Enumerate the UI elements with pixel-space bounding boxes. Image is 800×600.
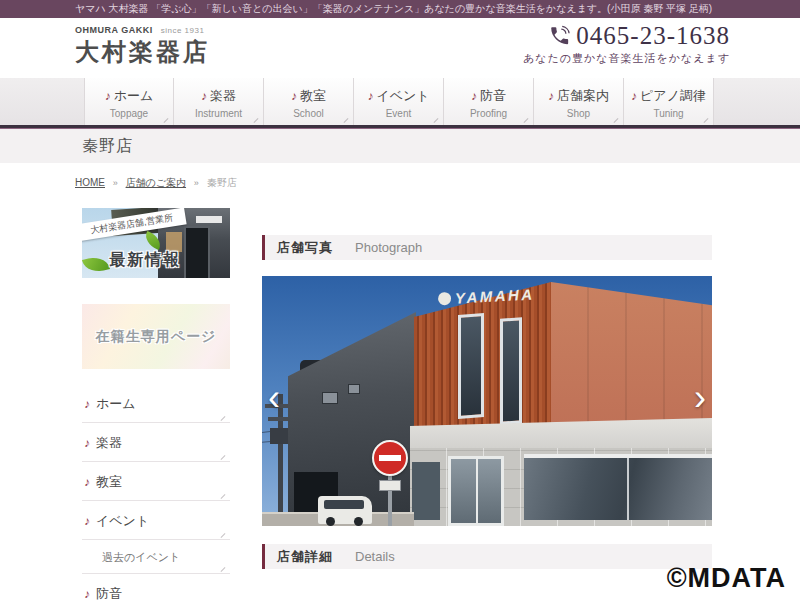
note-icon: ♪ (291, 89, 297, 103)
nav-label: イベント (376, 88, 429, 103)
nav-label: 防音 (480, 88, 506, 103)
sidebar-item-event[interactable]: ♪イベント (82, 501, 230, 540)
nav-sublabel: Tuning (624, 108, 713, 119)
ground-window (412, 462, 440, 520)
no-entry-sign (372, 440, 408, 476)
nav-tab-school[interactable]: ♪教室 School (264, 78, 354, 125)
nav-tab-tuning[interactable]: ♪ピアノ調律 Tuning (624, 78, 714, 125)
page-title-band: 秦野店 (0, 128, 800, 163)
sidebar-item-school[interactable]: ♪教室 (82, 462, 230, 501)
showroom-window (524, 454, 712, 520)
leaf-icon (82, 253, 110, 277)
storefront-sign (196, 216, 222, 223)
brand-since: since 1931 (161, 26, 205, 35)
note-icon: ♪ (84, 587, 90, 600)
members-page-label: 在籍生専用ページ (96, 328, 217, 346)
photo-section-header: 店舗写真 Photograph (262, 235, 712, 260)
breadcrumb-separator: » (194, 178, 199, 188)
sign-plate (379, 480, 401, 491)
glass-entrance-door (448, 456, 504, 526)
phone-number: 0465-23-1638 (576, 22, 730, 50)
transformer-box (270, 428, 290, 444)
nav-tab-event[interactable]: ♪イベント Event (354, 78, 444, 125)
site-logo[interactable]: OHMURA GAKKI since 1931 大村楽器店 (75, 25, 210, 68)
breadcrumb-current: 秦野店 (207, 177, 237, 188)
section-title-jp: 店舗詳細 (277, 548, 333, 566)
main-column: 店舗写真 Photograph (262, 208, 712, 600)
sidebar-item-past-events[interactable]: 過去のイベント (82, 540, 230, 574)
mdata-watermark: ©MDATA (667, 563, 786, 594)
nav-sublabel: Proofing (444, 108, 533, 119)
section-title-en: Details (355, 549, 395, 564)
sidebar-item-instrument[interactable]: ♪楽器 (82, 423, 230, 462)
sidebar-item-label: 楽器 (96, 435, 122, 450)
facade-window (458, 313, 484, 419)
sidebar-item-home[interactable]: ♪ホーム (82, 384, 230, 423)
note-icon: ♪ (105, 89, 111, 103)
yamaha-logo-mark (438, 292, 452, 306)
sidebar-item-label: 過去のイベント (102, 551, 180, 563)
sidebar: 大村楽器店舗,営業所 最新情報 在籍生専用ページ ♪ホーム ♪楽器 ♪教室 ♪イ… (82, 208, 230, 600)
breadcrumb-separator: » (113, 178, 118, 188)
facade-smooth-panel (551, 282, 712, 428)
carousel-prev-arrow[interactable]: ‹ (268, 378, 280, 418)
sidebar-item-label: 教室 (96, 474, 122, 489)
main-nav: ♪ホーム Toppage ♪楽器 Instrument ♪教室 School ♪… (0, 78, 800, 128)
store-photo-carousel: YAMAHA ‹ › (262, 276, 712, 526)
nav-label: ホーム (114, 88, 154, 103)
note-icon: ♪ (84, 475, 90, 489)
note-icon: ♪ (471, 89, 477, 103)
page-title: 秦野店 (62, 129, 738, 163)
top-announcement-bar: ヤマハ 大村楽器 「学ぶ心」「新しい音との出会い」「楽器のメンテナンス」あなたの… (0, 0, 800, 18)
side-window (322, 392, 338, 404)
header-tagline: あなたの豊かな音楽生活をかなえます (523, 51, 730, 66)
details-section-header: 店舗詳細 Details (262, 544, 712, 569)
nav-sublabel: Shop (534, 108, 623, 119)
breadcrumb-home[interactable]: HOME (75, 177, 105, 188)
banner-headline: 最新情報 (109, 250, 181, 271)
sidebar-banner-latest-news[interactable]: 大村楽器店舗,営業所 最新情報 (82, 208, 230, 278)
sidebar-item-label: 防音 (96, 586, 122, 600)
note-icon: ♪ (548, 89, 554, 103)
section-title-en: Photograph (355, 240, 422, 255)
nav-tab-home[interactable]: ♪ホーム Toppage (84, 78, 174, 125)
note-icon: ♪ (201, 89, 207, 103)
side-window (348, 384, 360, 394)
site-header: OHMURA GAKKI since 1931 大村楽器店 0465-23-16… (62, 18, 738, 78)
nav-sublabel: Event (354, 108, 443, 119)
note-icon: ♪ (367, 89, 373, 103)
facade-window (500, 317, 522, 425)
nav-tab-proofing[interactable]: ♪防音 Proofing (444, 78, 534, 125)
breadcrumb: HOME » 店舗のご案内 » 秦野店 (62, 176, 738, 190)
nav-sublabel: Toppage (85, 108, 173, 119)
note-icon: ♪ (84, 397, 90, 411)
note-icon: ♪ (631, 89, 637, 103)
nav-tab-shop[interactable]: ♪店舗案内 Shop (534, 78, 624, 125)
nav-tab-instrument[interactable]: ♪楽器 Instrument (174, 78, 264, 125)
brand-en-text: OHMURA GAKKI (75, 25, 153, 35)
brand-jp: 大村楽器店 (75, 36, 210, 68)
note-icon: ♪ (84, 514, 90, 528)
sidebar-item-label: ホーム (96, 396, 136, 411)
page: ヤマハ 大村楽器 「学ぶ心」「新しい音との出会い」「楽器のメンテナンス」あなたの… (0, 0, 800, 600)
content-area: 大村楽器店舗,営業所 最新情報 在籍生専用ページ ♪ホーム ♪楽器 ♪教室 ♪イ… (62, 208, 738, 600)
sidebar-item-label: イベント (96, 513, 149, 528)
nav-sublabel: School (264, 108, 353, 119)
section-title-jp: 店舗写真 (277, 239, 333, 257)
breadcrumb-parent[interactable]: 店舗のご案内 (126, 177, 186, 188)
nav-label: 教室 (300, 88, 326, 103)
parked-van (318, 496, 372, 524)
nav-sublabel: Instrument (174, 108, 263, 119)
note-icon: ♪ (84, 436, 90, 450)
phone-icon (548, 25, 570, 47)
header-contact: 0465-23-1638 あなたの豊かな音楽生活をかなえます (523, 22, 730, 66)
nav-label: 店舗案内 (557, 88, 609, 103)
sidebar-banner-members-page[interactable]: 在籍生専用ページ (82, 304, 230, 369)
carousel-next-arrow[interactable]: › (694, 378, 706, 418)
sidebar-item-proofing[interactable]: ♪防音 (82, 574, 230, 600)
brand-en: OHMURA GAKKI since 1931 (75, 25, 210, 35)
nav-label: ピアノ調律 (640, 88, 706, 103)
sidebar-menu: ♪ホーム ♪楽器 ♪教室 ♪イベント 過去のイベント ♪防音 ♪店舗案内 (82, 384, 230, 600)
nav-label: 楽器 (210, 88, 236, 103)
